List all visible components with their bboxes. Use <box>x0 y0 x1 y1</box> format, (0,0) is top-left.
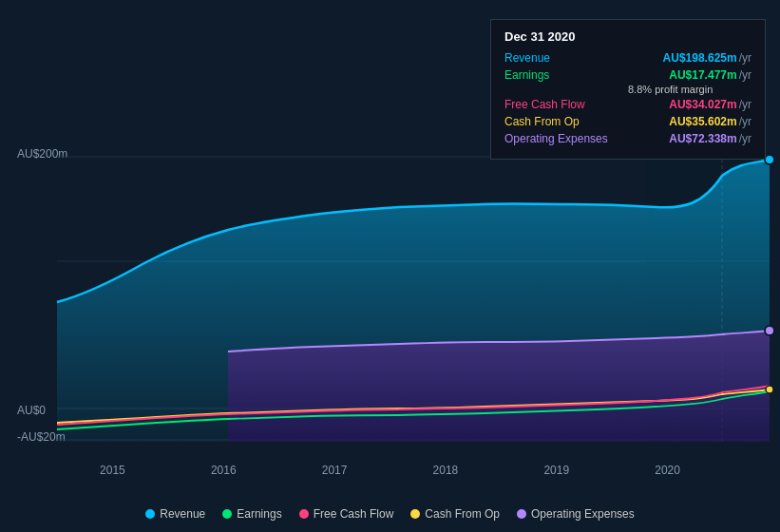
legend-label-opex: Operating Expenses <box>531 507 635 521</box>
legend-label-fcf: Free Cash Flow <box>314 507 394 521</box>
legend-item-opex[interactable]: Operating Expenses <box>517 507 635 521</box>
tooltip-value-fcf: AU$34.027m/yr <box>669 98 751 111</box>
legend-label-revenue: Revenue <box>160 507 205 521</box>
x-axis-labels: 2015 2016 2017 2018 2019 2020 <box>0 464 780 477</box>
tooltip-label-earnings: Earnings <box>504 68 628 82</box>
tooltip-row-opex: Operating Expenses AU$72.338m/yr <box>504 132 751 145</box>
x-label-2019: 2019 <box>543 464 569 477</box>
legend-label-earnings: Earnings <box>237 507 281 521</box>
tooltip-row-revenue: Revenue AU$198.625m/yr <box>504 51 751 65</box>
legend-item-revenue[interactable]: Revenue <box>145 507 205 521</box>
tooltip: Dec 31 2020 Revenue AU$198.625m/yr Earni… <box>490 19 766 160</box>
x-label-2017: 2017 <box>322 464 348 477</box>
tooltip-value-revenue: AU$198.625m/yr <box>663 51 751 65</box>
tooltip-value-opex: AU$72.338m/yr <box>669 132 751 145</box>
tooltip-row-cashfromop: Cash From Op AU$35.602m/yr <box>504 115 751 128</box>
legend-item-fcf[interactable]: Free Cash Flow <box>299 507 394 521</box>
legend-dot-opex <box>517 509 526 519</box>
legend-item-cashfromop[interactable]: Cash From Op <box>410 507 500 521</box>
tooltip-row-earnings: Earnings AU$17.477m/yr <box>504 68 751 82</box>
tooltip-value-cashfromop: AU$35.602m/yr <box>669 115 751 128</box>
tooltip-label-fcf: Free Cash Flow <box>504 98 628 111</box>
tooltip-label-opex: Operating Expenses <box>504 132 628 145</box>
x-label-2015: 2015 <box>100 464 125 477</box>
legend-dot-earnings <box>222 509 232 519</box>
tooltip-sub-earnings: 8.8% profit margin <box>628 84 751 95</box>
svg-point-6 <box>765 155 774 164</box>
legend-label-cashfromop: Cash From Op <box>425 507 500 521</box>
svg-point-8 <box>766 386 773 393</box>
legend-item-earnings[interactable]: Earnings <box>222 507 281 521</box>
chart-container: AU$200m AU$0 -AU$20m <box>0 0 780 532</box>
legend-dot-fcf <box>299 509 309 519</box>
tooltip-label-cashfromop: Cash From Op <box>504 115 628 128</box>
legend-dot-cashfromop <box>410 509 420 519</box>
x-label-2018: 2018 <box>433 464 459 477</box>
x-label-2016: 2016 <box>211 464 237 477</box>
svg-point-7 <box>765 326 774 335</box>
tooltip-value-earnings: AU$17.477m/yr <box>669 68 751 82</box>
tooltip-row-fcf: Free Cash Flow AU$34.027m/yr <box>504 98 751 111</box>
tooltip-label-revenue: Revenue <box>504 51 628 65</box>
chart-legend: Revenue Earnings Free Cash Flow Cash Fro… <box>0 507 780 521</box>
x-label-2020: 2020 <box>655 464 680 477</box>
legend-dot-revenue <box>145 509 155 519</box>
tooltip-date: Dec 31 2020 <box>504 29 751 44</box>
